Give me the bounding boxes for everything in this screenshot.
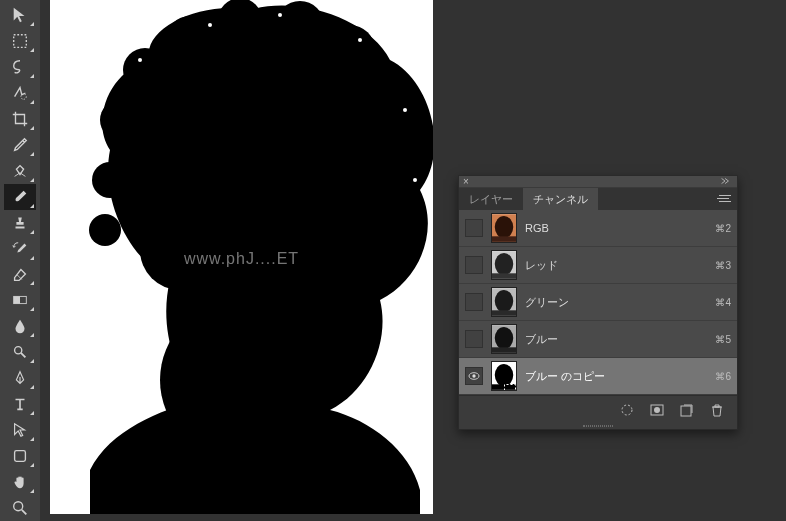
svg-point-17 xyxy=(92,162,128,198)
channel-row-blue-copy[interactable]: ブルー のコピー ⌘6 xyxy=(459,358,737,395)
channels-panel: × レイヤー チャンネル RGB ⌘2 レッド ⌘3 xyxy=(458,175,738,430)
channel-row-rgb[interactable]: RGB ⌘2 xyxy=(459,210,737,247)
visibility-toggle[interactable] xyxy=(465,367,483,385)
channel-list: RGB ⌘2 レッド ⌘3 グリーン ⌘4 ブルー ⌘5 xyxy=(459,210,737,395)
blur-tool[interactable] xyxy=(4,313,36,339)
visibility-toggle[interactable] xyxy=(465,293,483,311)
channel-shortcut: ⌘5 xyxy=(715,334,731,345)
channel-shortcut: ⌘3 xyxy=(715,260,731,271)
patch-tool[interactable] xyxy=(4,158,36,184)
svg-point-22 xyxy=(315,105,385,175)
trash-icon[interactable] xyxy=(707,401,727,419)
svg-point-36 xyxy=(103,148,107,152)
svg-rect-49 xyxy=(492,347,516,353)
svg-point-16 xyxy=(385,190,425,230)
svg-rect-5 xyxy=(15,451,26,462)
svg-point-12 xyxy=(276,1,324,49)
svg-point-39 xyxy=(495,216,513,238)
svg-point-11 xyxy=(218,0,262,42)
svg-point-19 xyxy=(140,70,200,130)
svg-point-57 xyxy=(622,405,632,415)
visibility-toggle[interactable] xyxy=(465,330,483,348)
svg-rect-40 xyxy=(492,236,516,242)
svg-rect-56 xyxy=(505,385,516,392)
panel-tabs: レイヤー チャンネル xyxy=(459,188,737,210)
shape-tool[interactable] xyxy=(4,443,36,469)
svg-point-35 xyxy=(413,178,417,182)
svg-point-48 xyxy=(495,327,513,349)
selection-dotted-icon[interactable] xyxy=(617,401,637,419)
channel-shortcut: ⌘2 xyxy=(715,223,731,234)
channel-shortcut: ⌘6 xyxy=(715,371,731,382)
path-select-tool[interactable] xyxy=(4,417,36,443)
pen-tool[interactable] xyxy=(4,365,36,391)
channel-row-blue[interactable]: ブルー ⌘5 xyxy=(459,321,737,358)
history-brush-tool[interactable] xyxy=(4,236,36,262)
canvas[interactable]: www.phJ....ET xyxy=(50,0,433,514)
brush-tool[interactable] xyxy=(4,184,36,210)
new-channel-icon[interactable] xyxy=(677,401,697,419)
resize-grabber[interactable] xyxy=(459,423,737,429)
svg-rect-0 xyxy=(14,35,27,48)
svg-point-15 xyxy=(388,128,432,172)
svg-point-42 xyxy=(495,253,513,275)
svg-point-13 xyxy=(325,25,375,75)
crop-tool[interactable] xyxy=(4,106,36,132)
tab-channels[interactable]: チャンネル xyxy=(523,188,598,210)
svg-rect-60 xyxy=(681,406,691,416)
channel-name: ブルー xyxy=(525,332,715,347)
move-tool[interactable] xyxy=(4,2,36,28)
svg-rect-55 xyxy=(505,385,516,392)
panel-footer xyxy=(459,395,737,423)
channel-row-green[interactable]: グリーン ⌘4 xyxy=(459,284,737,321)
svg-point-33 xyxy=(358,38,362,42)
zoom-tool[interactable] xyxy=(4,495,36,521)
gradient-tool[interactable] xyxy=(4,287,36,313)
panel-menu-icon[interactable] xyxy=(715,192,731,206)
channel-thumb[interactable] xyxy=(491,361,517,391)
svg-point-37 xyxy=(96,208,100,212)
eyedropper-tool[interactable] xyxy=(4,132,36,158)
marquee-tool[interactable] xyxy=(4,28,36,54)
svg-point-25 xyxy=(150,140,230,220)
collapse-icon[interactable] xyxy=(719,176,733,188)
hand-tool[interactable] xyxy=(4,469,36,495)
svg-point-18 xyxy=(89,214,121,246)
mask-icon[interactable] xyxy=(647,401,667,419)
svg-point-29 xyxy=(160,300,320,460)
close-icon[interactable]: × xyxy=(463,176,475,188)
channel-name: レッド xyxy=(525,258,715,273)
channel-thumb[interactable] xyxy=(491,250,517,280)
svg-point-31 xyxy=(208,23,212,27)
eraser-tool[interactable] xyxy=(4,262,36,288)
visibility-toggle[interactable] xyxy=(465,256,483,274)
panel-titlebar[interactable]: × xyxy=(459,176,737,188)
svg-point-34 xyxy=(403,108,407,112)
channel-shortcut: ⌘4 xyxy=(715,297,731,308)
channel-thumb[interactable] xyxy=(491,324,517,354)
svg-point-8 xyxy=(100,100,140,140)
quick-select-tool[interactable] xyxy=(4,80,36,106)
svg-point-45 xyxy=(495,290,513,312)
svg-point-6 xyxy=(14,502,23,511)
dodge-tool[interactable] xyxy=(4,339,36,365)
lasso-tool[interactable] xyxy=(4,54,36,80)
svg-point-53 xyxy=(495,364,513,386)
visibility-toggle[interactable] xyxy=(465,219,483,237)
channel-name: グリーン xyxy=(525,295,715,310)
stamp-tool[interactable] xyxy=(4,210,36,236)
svg-rect-3 xyxy=(14,297,20,304)
tab-layers[interactable]: レイヤー xyxy=(459,188,523,210)
svg-rect-43 xyxy=(492,273,516,279)
svg-point-30 xyxy=(138,58,142,62)
type-tool[interactable] xyxy=(4,391,36,417)
channel-row-red[interactable]: レッド ⌘3 xyxy=(459,247,737,284)
svg-point-59 xyxy=(654,407,660,413)
svg-rect-46 xyxy=(492,310,516,316)
svg-point-32 xyxy=(278,13,282,17)
channel-name: ブルー のコピー xyxy=(525,369,715,384)
channel-name: RGB xyxy=(525,222,715,234)
channel-thumb[interactable] xyxy=(491,287,517,317)
channel-thumb[interactable] xyxy=(491,213,517,243)
svg-point-51 xyxy=(472,374,475,377)
